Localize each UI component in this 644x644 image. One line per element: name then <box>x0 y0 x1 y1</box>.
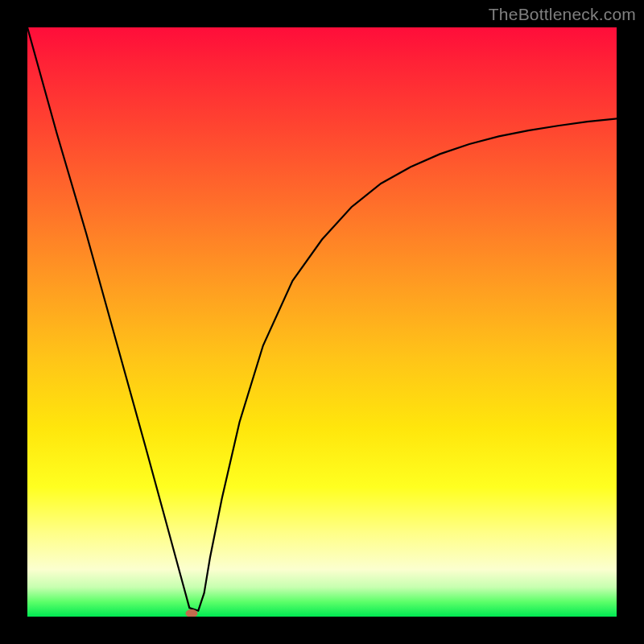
chart-frame: TheBottleneck.com <box>0 0 644 644</box>
plot-area <box>27 27 617 617</box>
bottleneck-curve <box>27 27 617 611</box>
watermark: TheBottleneck.com <box>489 5 636 24</box>
curve-svg <box>27 27 617 617</box>
